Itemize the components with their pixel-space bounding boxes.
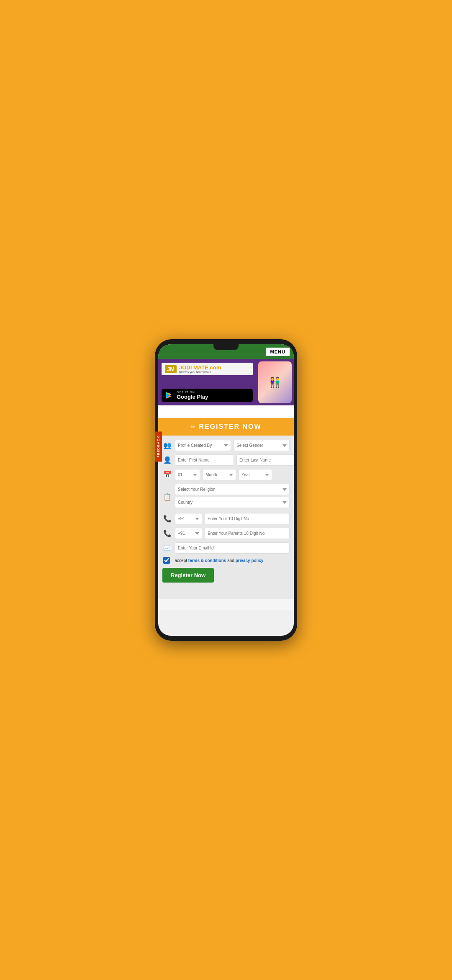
- bottom-spacer: [158, 591, 294, 599]
- phone-input[interactable]: [205, 513, 290, 524]
- year-select[interactable]: Year 2000 1999 1998: [239, 469, 272, 480]
- terms-text: I accept terms & conditions and privacy …: [172, 558, 265, 563]
- country-select[interactable]: Country India USA UK: [175, 497, 290, 508]
- last-name-input[interactable]: [236, 454, 294, 466]
- play-text-block: GET IT ON Google Play: [177, 391, 208, 400]
- logo-jm: JM: [165, 365, 177, 373]
- religion-country-row: 📋 Select Your Religion Hindu Muslim Chri…: [162, 484, 290, 510]
- phone-icon: 📞: [162, 515, 172, 523]
- register-now-button[interactable]: Register Now: [162, 568, 214, 583]
- phone-code-select[interactable]: +91 +1 +44: [175, 513, 202, 524]
- parent-phone-input[interactable]: [205, 528, 290, 539]
- couple-image: 👫: [258, 361, 292, 403]
- phone-screen: MENU JM JODI MATE.com Rishtey yahi bante…: [158, 344, 294, 636]
- terms-link[interactable]: terms & conditions: [188, 558, 226, 563]
- person-icon: 👤: [162, 456, 172, 464]
- dob-row: 📅 01 02 03 04 05 Month January February …: [162, 469, 290, 480]
- google-play-button[interactable]: GET IT ON Google Play: [162, 389, 253, 402]
- register-header: ✏ REGISTER NOW: [158, 418, 294, 436]
- logo-box: JM JODI MATE.com Rishtey yahi bantey hai…: [162, 363, 253, 375]
- email-row: ✉️: [162, 542, 290, 554]
- menu-button[interactable]: MENU: [266, 348, 290, 356]
- banner-left: JM JODI MATE.com Rishtey yahi bantey hai…: [158, 359, 256, 405]
- terms-checkbox[interactable]: [163, 557, 170, 564]
- privacy-policy-link[interactable]: privacy policy: [236, 558, 264, 563]
- google-play-text: Google Play: [177, 394, 208, 400]
- profile-icon: 👥: [162, 441, 172, 449]
- religion-country-block: Select Your Religion Hindu Muslim Christ…: [175, 484, 290, 510]
- email-input[interactable]: [175, 542, 290, 554]
- calendar-icon: 📅: [162, 471, 172, 479]
- play-store-icon: [165, 391, 174, 400]
- banner-phone-image: 👫: [258, 361, 292, 403]
- name-row: 👤: [162, 454, 290, 466]
- white-spacer: [158, 405, 294, 418]
- parent-phone-icon: 📞: [162, 529, 172, 537]
- register-title: REGISTER NOW: [199, 423, 261, 431]
- logo-text-block: JODI MATE.com Rishtey yahi bantey hain..…: [179, 364, 221, 374]
- pencil-icon: ✏: [190, 423, 195, 430]
- book-icon: 📋: [162, 493, 172, 501]
- banner-right: 👫: [256, 359, 294, 405]
- parent-phone-row: 📞 +91 +1 +44: [162, 528, 290, 539]
- logo-tagline: Rishtey yahi bantey hain....: [179, 371, 221, 374]
- day-select[interactable]: 01 02 03 04 05: [175, 469, 200, 480]
- phone-row: 📞 +91 +1 +44: [162, 513, 290, 524]
- profile-created-by-select[interactable]: Profile Created By Self Parents Sibling …: [175, 440, 231, 451]
- phone-notch: [213, 344, 239, 350]
- religion-select[interactable]: Select Your Religion Hindu Muslim Christ…: [175, 484, 290, 495]
- terms-row: I accept terms & conditions and privacy …: [162, 557, 290, 564]
- logo-name: JODI MATE.com: [179, 364, 221, 371]
- bottom-bar: [158, 599, 294, 610]
- parent-phone-code-select[interactable]: +91 +1 +44: [175, 528, 202, 539]
- email-icon: ✉️: [162, 544, 172, 552]
- form-area: 👥 Profile Created By Self Parents Siblin…: [158, 436, 294, 591]
- get-it-on-text: GET IT ON: [177, 391, 208, 394]
- phone-device: MENU JM JODI MATE.com Rishtey yahi bante…: [155, 339, 297, 641]
- first-name-input[interactable]: [175, 454, 234, 466]
- feedback-tab[interactable]: FEEDBACK: [158, 431, 162, 462]
- profile-gender-row: 👥 Profile Created By Self Parents Siblin…: [162, 440, 290, 451]
- month-select[interactable]: Month January February March: [203, 469, 236, 480]
- banner: JM JODI MATE.com Rishtey yahi bantey hai…: [158, 359, 294, 405]
- gender-select[interactable]: Select Gender Male Female: [234, 440, 290, 451]
